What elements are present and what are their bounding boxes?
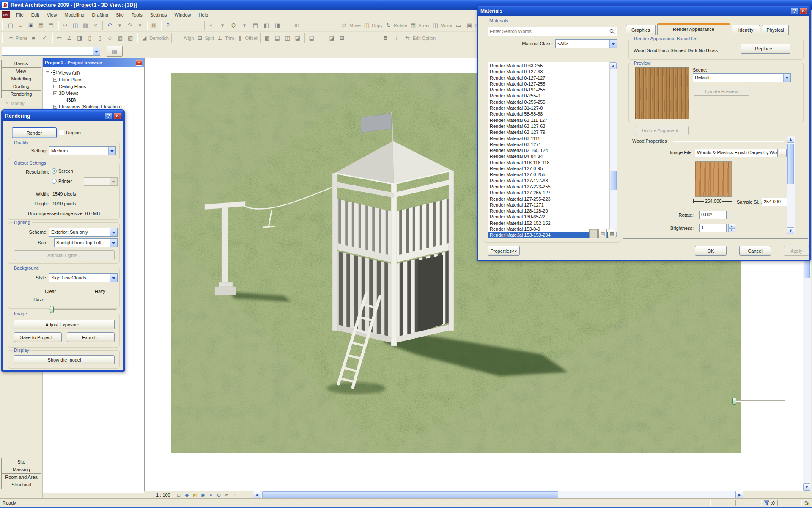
shaded-menu-icon[interactable]: ▾	[217, 20, 228, 30]
menu-item[interactable]: Tools	[128, 11, 146, 19]
design-bar-tab[interactable]: Drafting	[1, 83, 41, 91]
mirror-icon[interactable]: ◫Mirror	[430, 20, 453, 30]
view-sheet-icon[interactable]: ▤	[250, 20, 261, 30]
model-graphics-icon[interactable]: □	[176, 491, 182, 498]
element-properties-button[interactable]: ▨	[107, 46, 123, 57]
chevron-down-icon[interactable]	[783, 74, 790, 82]
chevron-down-icon[interactable]	[110, 274, 117, 282]
material-list-item[interactable]: Render Material 130-65-22	[488, 214, 610, 220]
numbering-icon[interactable]: ⋮	[392, 33, 403, 43]
rotate-icon[interactable]: ↻Rotate	[384, 20, 408, 30]
scroll-right-icon[interactable]: ▶	[735, 491, 743, 499]
chevron-down-icon[interactable]	[110, 228, 117, 236]
tree-item[interactable]: {3D}	[44, 97, 143, 103]
open-icon[interactable]: ▱	[16, 20, 26, 30]
menu-item[interactable]: Drafting	[88, 11, 112, 19]
scrollbar-thumb[interactable]	[610, 171, 617, 190]
edit-cut-icon[interactable]: ◨	[74, 33, 85, 43]
show-crop-icon[interactable]: ⊕	[216, 491, 222, 498]
screen-radio-row[interactable]: Screen	[52, 168, 73, 174]
trim-icon[interactable]: ⊥Trim	[215, 33, 235, 43]
toolbar-grip[interactable]	[2, 21, 3, 30]
menu-item[interactable]: Settings	[147, 11, 170, 19]
zoom-menu-icon[interactable]: ▾	[239, 20, 250, 30]
spelling-icon[interactable]: ✓	[39, 33, 50, 43]
tab-graphics[interactable]: Graphics	[626, 25, 656, 35]
tree-item[interactable]: − Views (all)	[44, 69, 143, 76]
design-bar-tab[interactable]: View	[1, 68, 41, 75]
menu-item[interactable]: Modelling	[61, 11, 88, 19]
browse-button[interactable]: ...	[779, 149, 787, 157]
printer-radio-row[interactable]: Printer	[52, 179, 72, 184]
material-list-item[interactable]: Render Material 127-255-127	[488, 190, 610, 196]
close-icon[interactable]: ×	[114, 113, 121, 119]
tree-expand-icon[interactable]: −	[46, 71, 49, 75]
tree-item[interactable]: + Floor Plans	[44, 76, 143, 83]
large-icons-view-icon[interactable]: ▦	[608, 229, 616, 238]
wall-select-icon[interactable]: ■	[28, 33, 39, 43]
material-list-item[interactable]: Render Material 127-0-95	[488, 166, 610, 171]
redo-menu-icon[interactable]: ▾	[135, 20, 145, 30]
delete-icon[interactable]: ×	[91, 20, 101, 30]
chevron-down-icon[interactable]	[93, 47, 100, 55]
chevron-down-icon[interactable]	[110, 239, 117, 247]
rename-material-icon[interactable]: a|b	[500, 230, 510, 240]
region-checkbox-row[interactable]: Region	[59, 130, 81, 135]
material-list-item[interactable]: Render Material 127-1271	[488, 202, 610, 208]
design-bar-tab[interactable]: Basics	[1, 60, 41, 68]
export-button[interactable]: Export...	[67, 332, 115, 342]
link2-icon[interactable]: ≡	[317, 33, 327, 43]
work-plane-icon[interactable]: ▱Plane	[5, 33, 28, 43]
offset-icon[interactable]: ∥Offset	[235, 33, 258, 43]
redo-icon[interactable]: ↷	[125, 20, 135, 30]
menu-item[interactable]: Site	[112, 11, 127, 19]
undo-menu-icon[interactable]: ▾	[115, 20, 125, 30]
close-icon[interactable]: ×	[136, 60, 142, 66]
material-list-item[interactable]: Render Material 127-255-223	[488, 196, 610, 202]
sun-position-combo[interactable]: Sunlight from Top Left	[54, 238, 118, 247]
cancel-button[interactable]: Cancel	[739, 246, 771, 256]
properties-toggle-button[interactable]: Properties<<	[488, 246, 520, 256]
move-icon[interactable]: ⇄Move	[339, 20, 362, 30]
ok-button[interactable]: OK	[695, 246, 727, 256]
save-to-project-button[interactable]: Save to Project...	[14, 332, 62, 342]
split-icon[interactable]: ⊟Split	[195, 33, 214, 43]
rotate-slider[interactable]	[732, 398, 785, 405]
material-list[interactable]: Render Material 0-63-255Render Material …	[488, 62, 617, 238]
shadows-icon[interactable]: ◩	[192, 491, 198, 498]
material-list-item[interactable]: Render Material 0-191-255	[488, 87, 610, 93]
zoom-icon[interactable]: Q	[228, 20, 239, 30]
spin-up-icon[interactable]: ▲	[728, 224, 735, 228]
material-list-item[interactable]: Render Material 63-1111	[488, 135, 610, 141]
link1-icon[interactable]: ▤	[307, 33, 317, 43]
scroll-up-icon[interactable]: ▲	[787, 136, 794, 143]
material-list-item[interactable]: Render Material 0-255-0	[488, 93, 610, 99]
filter-cell[interactable]: :0	[761, 500, 777, 506]
steering-wheel-icon[interactable]: ◉	[200, 491, 206, 498]
scroll-down-icon[interactable]: ▼	[787, 227, 794, 234]
tab-identity[interactable]: Identity	[732, 25, 760, 35]
help-icon[interactable]: ?	[105, 113, 112, 119]
menu-item[interactable]: View	[44, 11, 60, 19]
material-list-item[interactable]: Render Material 127-223-255	[488, 184, 610, 190]
background-style-combo[interactable]: Sky: Few Clouds	[49, 273, 118, 282]
array-icon[interactable]: ▦Array	[408, 20, 430, 30]
scrollbar-thumb[interactable]	[262, 491, 558, 498]
new-file-icon[interactable]: ▢	[5, 20, 16, 30]
tree-expand-icon[interactable]: +	[53, 105, 57, 109]
material-list-item[interactable]: Render Material 58-58-58	[488, 111, 610, 117]
material-list-scrollbar[interactable]: ▲ ▼	[609, 62, 617, 238]
toolbar-grip[interactable]	[336, 21, 337, 30]
save-as-icon[interactable]: ▦	[36, 20, 46, 30]
render-button[interactable]: Render	[12, 127, 57, 138]
material-list-item[interactable]: Render Material 0-63-255	[488, 63, 610, 69]
design-bar-tab[interactable]: Rendering	[1, 91, 41, 98]
print-icon[interactable]: ▤	[46, 20, 56, 30]
scale-selector[interactable]: 1 : 100	[156, 492, 170, 497]
list-view-icon[interactable]: ≡	[589, 229, 598, 238]
warning-cell[interactable]	[801, 500, 812, 506]
haze-slider[interactable]	[49, 306, 116, 313]
group3-icon[interactable]: ◫	[283, 33, 293, 43]
shaded-view-icon[interactable]: ◐	[206, 20, 217, 30]
modify-tool[interactable]: ↖ Modify	[0, 98, 42, 106]
